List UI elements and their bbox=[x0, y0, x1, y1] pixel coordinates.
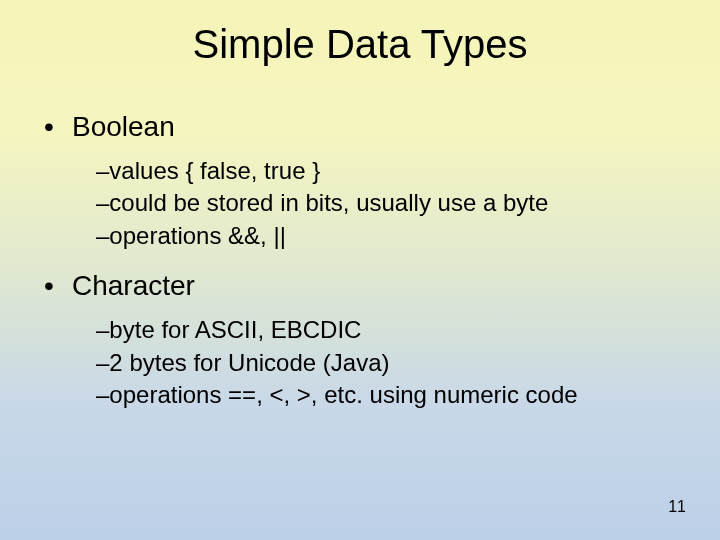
bullet-icon: • bbox=[44, 111, 72, 143]
item-text: could be stored in bits, usually use a b… bbox=[109, 189, 548, 216]
dash-icon: – bbox=[96, 379, 109, 411]
list-item: – values { false, true } bbox=[96, 155, 720, 187]
item-text: 2 bytes for Unicode (Java) bbox=[109, 349, 389, 376]
bullet-icon: • bbox=[44, 270, 72, 302]
section-heading: •Character bbox=[44, 270, 720, 302]
list-item: – operations ==, <, >, etc. using numeri… bbox=[96, 379, 720, 411]
dash-icon: – bbox=[96, 347, 109, 379]
slide-content: •Boolean – values { false, true } – coul… bbox=[0, 77, 720, 411]
sub-list: – values { false, true } – could be stor… bbox=[44, 155, 720, 252]
list-item: – could be stored in bits, usually use a… bbox=[96, 187, 720, 219]
dash-icon: – bbox=[96, 155, 109, 187]
slide-title: Simple Data Types bbox=[0, 0, 720, 77]
dash-icon: – bbox=[96, 220, 109, 252]
list-item: – byte for ASCII, EBCDIC bbox=[96, 314, 720, 346]
heading-text: Character bbox=[72, 270, 195, 301]
item-text: operations ==, <, >, etc. using numeric … bbox=[109, 381, 577, 408]
list-item: – 2 bytes for Unicode (Java) bbox=[96, 347, 720, 379]
item-text: operations &&, || bbox=[109, 222, 286, 249]
item-text: values { false, true } bbox=[109, 157, 320, 184]
list-item: – operations &&, || bbox=[96, 220, 720, 252]
heading-text: Boolean bbox=[72, 111, 175, 142]
sub-list: – byte for ASCII, EBCDIC – 2 bytes for U… bbox=[44, 314, 720, 411]
item-text: byte for ASCII, EBCDIC bbox=[109, 316, 361, 343]
dash-icon: – bbox=[96, 187, 109, 219]
page-number: 11 bbox=[668, 498, 686, 516]
section-heading: •Boolean bbox=[44, 111, 720, 143]
dash-icon: – bbox=[96, 314, 109, 346]
